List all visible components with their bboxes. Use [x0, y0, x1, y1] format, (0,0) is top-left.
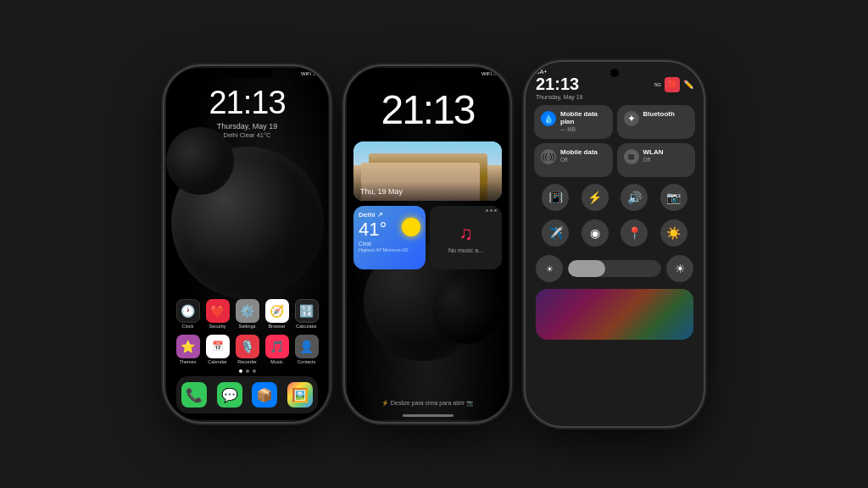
cc-mobile-toggle-label: Mobile data: [560, 148, 606, 156]
home-clock: 21:13 Thursday, May 19 Delhi Clear 41°C: [166, 78, 328, 141]
cc-flash-btn[interactable]: ⚡: [581, 184, 609, 211]
location-arrow-icon: ↗: [377, 211, 383, 219]
cc-color-blob: [536, 289, 693, 340]
cc-mobile-data-sub: — MB: [560, 126, 606, 132]
cc-brightness-low-btn[interactable]: ☀: [536, 255, 563, 282]
cc-provider: SA+: [536, 69, 583, 75]
app-recorder[interactable]: 🎙️ Recorder: [234, 335, 261, 365]
weather-details: Highest:40°Minimum:30: [359, 247, 420, 252]
music-dots: [486, 209, 497, 212]
cc-icon-row-1: 📳 ⚡ 🔊 📷: [527, 180, 702, 214]
music-status-text: No music a...: [448, 247, 483, 253]
app-security-label: Security: [209, 324, 226, 330]
app-calendar[interactable]: 📅 Calendar: [204, 335, 231, 365]
bluetooth-icon: ✦: [624, 111, 639, 126]
browser-icon: 🧭: [265, 299, 289, 323]
signal-indicators: WiFi 5G: [301, 71, 320, 76]
recorder-icon: 🎙️: [236, 335, 259, 358]
app-dock: 📞 💬 📦 🖼️: [176, 376, 318, 413]
app-themes-label: Themes: [180, 360, 197, 365]
cc-icon-row-2: ✈️ ◉ 📍 ☀️: [527, 216, 702, 250]
cc-brightness-row: ☀ ☀: [527, 252, 702, 286]
calendar-icon: 📅: [206, 335, 230, 358]
app-calculator[interactable]: 🔢 Calculator: [293, 299, 320, 330]
themes-icon: ⭐: [176, 335, 200, 358]
phone-control-center: SA+ 21:13 Thursday, May 19 5G 🟥 ✏️ 💧 Mob…: [526, 62, 704, 426]
cc-brightness-high-btn[interactable]: ☀: [666, 255, 693, 282]
cc-brightness-btn[interactable]: ☀️: [660, 219, 687, 247]
app-browser[interactable]: 🧭 Browser: [264, 299, 291, 330]
app-row-2: ⭐ Themes 📅 Calendar 🎙️ Recorder 🎵 Music: [173, 335, 321, 365]
weather-description: Clear: [359, 241, 420, 247]
app-recorder-label: Recorder: [237, 360, 257, 365]
lock-widget-area: Thu, 19 May Delhi ↗ 41° Clear Highest:40…: [347, 141, 509, 269]
mobile-data-toggle-icon: ((·)): [541, 149, 556, 164]
cc-avatar[interactable]: 🟥: [665, 77, 680, 92]
cc-time-display: 21:13: [536, 75, 583, 94]
app-contacts[interactable]: 👤 Contacts: [293, 335, 320, 365]
cc-tiles-grid: 💧 Mobile data plan — MB ✦ Bluetooth ((·)…: [527, 102, 702, 180]
app-clock[interactable]: 🕐 Clock: [175, 299, 202, 330]
cc-tile-mobile-data[interactable]: 💧 Mobile data plan — MB: [534, 105, 613, 139]
cc-volume-btn[interactable]: 🔊: [620, 184, 648, 211]
clock-icon: 🕐: [176, 299, 200, 323]
home-weather-display: Delhi Clear 41°C: [175, 131, 320, 139]
dock-phone[interactable]: 📞: [181, 382, 207, 408]
wifi-icon: WiFi: [301, 71, 311, 76]
app-browser-label: Browser: [268, 324, 285, 330]
phone-lock: WiFi 5G 21:13 Thu, 19 May: [345, 66, 510, 422]
lock-network-type: 5G: [493, 71, 500, 76]
dock-appstore[interactable]: 📦: [252, 382, 277, 408]
settings-icon: ⚙️: [236, 299, 259, 323]
mobile-data-icon: 💧: [541, 111, 556, 126]
page-dot-2: [246, 369, 249, 373]
cc-wlan-sub: Off: [643, 157, 689, 163]
cc-brightness-slider[interactable]: [568, 260, 661, 277]
cc-tile-mobile-data-toggle[interactable]: ((·)) Mobile data Off: [534, 143, 613, 177]
app-themes[interactable]: ⭐ Themes: [175, 335, 202, 365]
cc-camera-btn[interactable]: 📷: [660, 184, 687, 211]
page-dot-1: [239, 369, 242, 373]
cc-header-left: SA+ 21:13 Thursday, May 19: [536, 69, 583, 100]
music-icon: 🎵: [265, 335, 289, 358]
app-settings-label: Settings: [239, 324, 256, 330]
app-security[interactable]: ❤️ Security: [204, 299, 231, 330]
cc-signal: 5G: [654, 82, 661, 87]
calculator-icon: 🔢: [295, 299, 319, 323]
cc-vibrate-btn[interactable]: 📳: [542, 184, 569, 211]
cc-airplane-btn[interactable]: ✈️: [542, 219, 569, 247]
home-indicator[interactable]: [403, 414, 453, 417]
cc-header-right: 5G 🟥 ✏️: [654, 77, 693, 92]
home-date-display: Thursday, May 19: [175, 122, 320, 130]
cc-date-display: Thursday, May 19: [536, 94, 583, 100]
dock-photos[interactable]: 🖼️: [287, 382, 313, 408]
app-row-1: 🕐 Clock ❤️ Security ⚙️ Settings 🧭 Browse…: [173, 299, 321, 330]
cc-brightness-fill: [568, 260, 605, 277]
cc-bluetooth-text: Bluetooth: [643, 110, 689, 118]
lock-time-display: 21:13: [347, 78, 509, 141]
widget-weather[interactable]: Delhi ↗ 41° Clear Highest:40°Minimum:30: [353, 206, 426, 269]
page-dot-3: [253, 369, 256, 373]
cc-bluetooth-label: Bluetooth: [643, 110, 689, 118]
cc-wlan-label: WLAN: [643, 148, 689, 156]
contacts-icon: 👤: [295, 335, 319, 358]
dock-messages[interactable]: 💬: [217, 382, 242, 408]
cc-focus-btn[interactable]: ◉: [581, 219, 609, 247]
app-settings[interactable]: ⚙️ Settings: [234, 299, 261, 330]
cc-tile-bluetooth[interactable]: ✦ Bluetooth: [617, 105, 696, 139]
app-music[interactable]: 🎵 Music: [264, 335, 291, 365]
cc-mobile-toggle-sub: Off: [560, 157, 606, 163]
cc-camera-hole: [610, 69, 619, 77]
widget-music[interactable]: ♫ No music a...: [430, 206, 502, 269]
app-calculator-label: Calculator: [296, 324, 317, 330]
photo-date-overlay: Thu, 19 May: [353, 182, 502, 201]
cc-mobile-data-label: Mobile data plan: [560, 110, 606, 125]
music-dot-3: [494, 209, 497, 212]
network-type: 5G: [313, 71, 320, 76]
wlan-icon: ≋: [624, 149, 639, 164]
cc-location-btn[interactable]: 📍: [620, 219, 648, 247]
widget-photo: Thu, 19 May: [353, 141, 502, 201]
cc-tile-wlan[interactable]: ≋ WLAN Off: [617, 143, 696, 177]
app-grid: 🕐 Clock ❤️ Security ⚙️ Settings 🧭 Browse…: [173, 299, 321, 369]
cc-edit-icon[interactable]: ✏️: [683, 80, 693, 89]
